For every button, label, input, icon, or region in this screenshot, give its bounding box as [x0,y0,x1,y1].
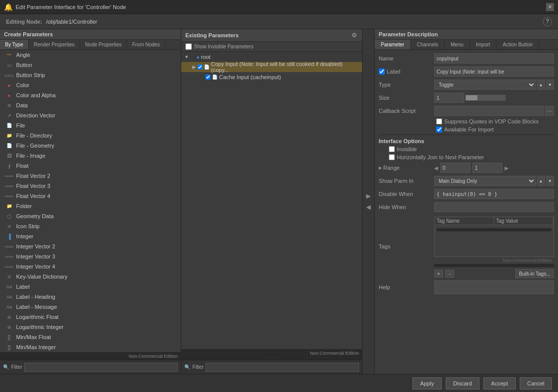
param-item-button[interactable]: ▭ Button [0,60,181,70]
size-field-input[interactable] [434,93,464,103]
param-item-float[interactable]: ∮ Float [0,161,181,171]
tab-from-nodes[interactable]: From Nodes [127,40,165,49]
param-item-int-vec4[interactable]: ═══ Integer Vector 4 [0,262,181,272]
kv-dict-icon: ⊟ [4,275,14,279]
size-slider[interactable] [465,95,506,101]
param-item-data[interactable]: ⊞ Data [0,100,181,110]
mid-filter-input[interactable] [205,363,359,372]
callback-browse-button[interactable]: ⋯ [545,106,554,116]
param-item-direction-vector[interactable]: ↗ Direction Vector [0,110,181,120]
button-icon: ▭ [4,62,14,68]
show-parm-down-button[interactable]: ▼ [546,176,554,186]
type-down-button[interactable]: ▼ [546,80,554,90]
param-item-folder[interactable]: 📁 Folder [0,201,181,211]
available-import-checkbox[interactable] [436,126,442,133]
help-input[interactable] [434,280,554,294]
tags-bottom-handle[interactable] [434,264,554,267]
callback-input[interactable] [434,106,544,116]
disable-when-input[interactable] [434,189,554,199]
label-checkbox[interactable] [379,69,385,75]
param-item-kv-dict[interactable]: ⊟ Key-Value Dictionary [0,272,181,282]
cancel-button[interactable]: Cancel [520,377,552,389]
show-parm-up-button[interactable]: ▲ [537,176,545,186]
param-item-float-vec2[interactable]: ═══ Float Vector 2 [0,171,181,181]
range-right-arrow[interactable]: ▶ [505,165,509,171]
apply-button[interactable]: Apply [412,377,442,389]
param-item-file-image[interactable]: 🖼 File - Image [0,151,181,161]
name-field-input[interactable] [434,53,554,63]
hide-when-input[interactable] [434,202,554,212]
type-up-button[interactable]: ▲ [537,80,545,90]
tab-import[interactable]: Import [470,40,497,49]
tab-channels[interactable]: Channels [411,40,445,49]
name-row: Name [379,53,554,64]
param-item-angle[interactable]: 〜 Angle [0,50,181,60]
left-filter-input[interactable] [24,363,178,372]
accept-button[interactable]: Accept [483,377,516,389]
help-label: Help [379,284,434,290]
range-min-input[interactable] [440,163,470,173]
label-field-input[interactable] [434,67,554,77]
param-label-float: Float [16,163,28,169]
param-item-color-alpha[interactable]: ● Color and Alpha [0,90,181,100]
suppress-quotes-checkbox[interactable] [436,118,442,124]
param-item-file[interactable]: 📄 File [0,120,181,130]
label-row: Label [379,66,554,77]
tab-node-properties[interactable]: Node Properties [80,40,127,49]
param-item-log-float[interactable]: ≋ Logarithmic Float [0,312,181,322]
tab-parameter[interactable]: Parameter [375,40,411,49]
param-item-color[interactable]: ● Color [0,80,181,90]
range-max-input[interactable] [472,163,503,173]
builtin-tags-button[interactable]: Built-in Tags... [515,269,554,278]
param-item-minmax-float[interactable]: [] Min/Max Float [0,332,181,342]
file-geo-icon: 📄 [4,143,14,148]
tree-label-copy-input: Copy Input (Note: Input will be still co… [211,61,359,73]
param-item-float-vec4[interactable]: ═══ Float Vector 4 [0,191,181,201]
callback-field-label: Callback Script [379,108,434,114]
param-label-int-vec2: Integer Vector 2 [16,243,55,249]
param-item-int-vec3[interactable]: ═══ Integer Vector 3 [0,251,181,262]
add-tag-button[interactable]: + [434,270,443,278]
remove-tag-button[interactable]: - [445,270,454,278]
copy-input-checkbox[interactable] [197,64,202,70]
param-item-label[interactable]: Aa Label [0,282,181,292]
tab-menu[interactable]: Menu [445,40,470,49]
cache-input-checkbox[interactable] [205,75,211,80]
param-item-float-vec3[interactable]: ═══ Float Vector 3 [0,181,181,191]
param-item-file-geo[interactable]: 📄 File - Geometry [0,141,181,151]
tab-by-type[interactable]: By Type [0,40,29,49]
tree-item-cache-input[interactable]: 📄 Cache Input (cacheinput) [181,72,362,82]
range-left-arrow[interactable]: ◀ [434,165,438,171]
param-item-label-heading[interactable]: Aa Label - Heading [0,292,181,302]
tree-item-root[interactable]: ▼ ● root [181,52,362,62]
param-item-geometry-data[interactable]: ⬡ Geometry Data [0,211,181,221]
show-parm-in-select[interactable]: Main Dialog Only [434,176,536,186]
help-button[interactable]: ? [543,17,552,26]
left-arrow-button[interactable]: ◀ [366,204,371,211]
editing-label: Editing Node: [6,19,42,25]
tree-item-copy-input[interactable]: ▶ 📄 Copy Input (Note: Input will be stil… [181,62,362,72]
right-arrow-button[interactable]: ▶ [366,192,371,200]
log-integer-icon: ≋ [4,324,14,330]
param-item-button-strip[interactable]: ▭▭ Button Strip [0,70,181,80]
show-invisible-checkbox[interactable] [185,43,192,50]
param-item-integer[interactable]: ▐ Integer [0,231,181,241]
param-description-content: Name Label Type Toggle ▲ ▼ [375,50,558,374]
type-select[interactable]: Toggle [434,80,536,90]
param-item-label-message[interactable]: Aa Label - Message [0,302,181,312]
horiz-join-checkbox[interactable] [389,154,395,160]
param-label-file-dir: File - Directory [16,133,52,139]
tab-action-button[interactable]: Action Button [497,40,539,49]
mid-filter-bar: 🔍 Filter [181,360,362,374]
close-button[interactable]: ✕ [546,3,554,11]
invisible-checkbox[interactable] [389,146,395,152]
discard-button[interactable]: Discard [446,377,479,389]
param-item-minmax-integer[interactable]: [] Min/Max Integer [0,342,181,352]
tab-render-properties[interactable]: Render Properties [29,40,80,49]
param-item-icon-strip[interactable]: ⊟ Icon Strip [0,221,181,231]
param-item-file-dir[interactable]: 📁 File - Directory [0,130,181,141]
param-item-log-integer[interactable]: ≋ Logarithmic Integer [0,322,181,332]
tags-resize-handle[interactable] [437,228,551,231]
param-item-int-vec2[interactable]: ═══ Integer Vector 2 [0,241,181,251]
existing-params-gear-button[interactable]: ⚙ [350,31,358,39]
